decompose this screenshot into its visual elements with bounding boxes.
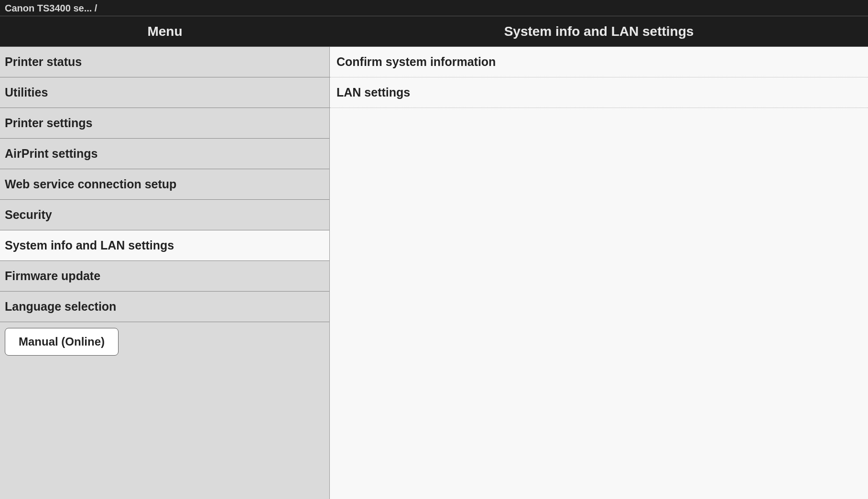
menu-item-printer-status[interactable]: Printer status xyxy=(0,47,329,77)
menu-panel: Printer status Utilities Printer setting… xyxy=(0,47,330,499)
menu-item-utilities[interactable]: Utilities xyxy=(0,77,329,108)
detail-item-lan-settings[interactable]: LAN settings xyxy=(330,77,868,108)
menu-item-firmware-update[interactable]: Firmware update xyxy=(0,261,329,292)
detail-item-confirm-system-information[interactable]: Confirm system information xyxy=(330,47,868,77)
menu-item-web-service-connection-setup[interactable]: Web service connection setup xyxy=(0,169,329,200)
menu-item-language-selection[interactable]: Language selection xyxy=(0,292,329,322)
menu-item-printer-settings[interactable]: Printer settings xyxy=(0,108,329,139)
menu-item-system-info-and-lan-settings[interactable]: System info and LAN settings xyxy=(0,230,329,261)
menu-item-airprint-settings[interactable]: AirPrint settings xyxy=(0,139,329,169)
detail-header-title: System info and LAN settings xyxy=(330,16,868,46)
detail-panel: Confirm system information LAN settings xyxy=(330,47,868,499)
manual-online-button[interactable]: Manual (Online) xyxy=(5,328,119,356)
manual-button-container: Manual (Online) xyxy=(0,322,329,361)
breadcrumb[interactable]: Canon TS3400 se... / xyxy=(0,0,868,16)
header-bar: Menu System info and LAN settings xyxy=(0,16,868,47)
menu-item-security[interactable]: Security xyxy=(0,200,329,230)
content-area: Printer status Utilities Printer setting… xyxy=(0,47,868,499)
menu-header-title: Menu xyxy=(0,16,330,46)
